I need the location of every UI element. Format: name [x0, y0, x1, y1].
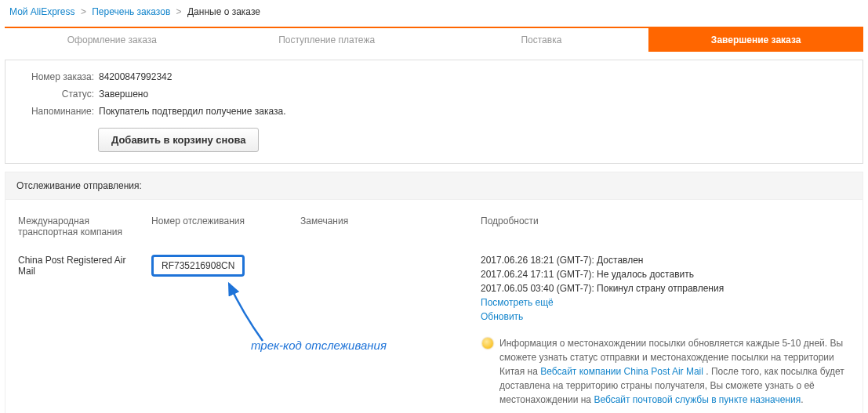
step-complete: Завершение заказа [648, 28, 863, 52]
th-details: Подробности [473, 211, 858, 252]
order-number-value: 84200847992342 [99, 71, 172, 82]
breadcrumb-sep: > [81, 6, 86, 17]
order-number-label: Номер заказа: [20, 71, 94, 82]
details-cell: 2017.06.26 18:21 (GMT-7): Доставлен 2017… [473, 252, 858, 410]
tracking-info-row: Информация о местонахождении посылки обн… [481, 330, 850, 407]
step-shipping: Поставка [434, 28, 649, 52]
tracking-table: Международная транспортная компания Номе… [10, 211, 858, 410]
order-status-value: Завершено [99, 89, 148, 100]
refresh-link[interactable]: Обновить [481, 311, 523, 322]
tracking-event: 2017.06.24 17:11 (GMT-7): Не удалось дос… [481, 269, 850, 280]
order-reminder-label: Напоминание: [20, 106, 94, 117]
tracking-number-highlight: RF735216908CN [151, 255, 245, 277]
order-reminder-value: Покупатель подтвердил получение заказа. [99, 106, 286, 117]
info-dot: . [801, 394, 803, 405]
add-to-cart-button[interactable]: Добавить в корзину снова [98, 128, 259, 152]
step-checkout: Оформление заказа [5, 28, 220, 52]
breadcrumb: Мой AliExpress > Перечень заказов > Данн… [0, 0, 868, 24]
breadcrumb-sep: > [176, 6, 182, 17]
table-row: China Post Registered Air Mail RF7352169… [10, 252, 858, 410]
trackno-cell: RF735216908CN [143, 252, 292, 410]
lightbulb-icon [482, 338, 493, 349]
order-status-label: Статус: [20, 89, 94, 100]
tracking-event: 2017.06.05 03:40 (GMT-7): Покинул страну… [481, 283, 850, 294]
order-info-panel: Номер заказа: 84200847992342 Статус: Зав… [5, 60, 863, 164]
notes-cell [292, 252, 473, 410]
step-payment: Поступление платежа [220, 28, 434, 52]
see-more-link[interactable]: Посмотреть ещё [481, 297, 554, 308]
breadcrumb-home-link[interactable]: Мой AliExpress [9, 6, 75, 17]
breadcrumb-current: Данные о заказе [187, 6, 260, 17]
breadcrumb-orders-link[interactable]: Перечень заказов [92, 6, 170, 17]
carrier-cell: China Post Registered Air Mail [10, 252, 143, 410]
tracking-event: 2017.06.26 18:21 (GMT-7): Доставлен [481, 255, 850, 266]
tracking-section-title: Отслеживание отправления: [5, 172, 863, 199]
china-post-link[interactable]: Вебсайт компании China Post Air Mail [540, 366, 703, 377]
th-carrier: Международная транспортная компания [10, 211, 143, 252]
progress-steps: Оформление заказа Поступление платежа По… [5, 27, 863, 52]
annotation-label: трек-код отслеживания [251, 339, 387, 352]
th-notes: Замечания [292, 211, 473, 252]
th-trackno: Номер отслеживания [143, 211, 292, 252]
destination-post-link[interactable]: Вебсайт почтовой службы в пункте назначе… [594, 394, 801, 405]
tracking-panel: Международная транспортная компания Номе… [5, 199, 863, 413]
tracking-info-text: Информация о местонахождении посылки обн… [499, 336, 850, 407]
